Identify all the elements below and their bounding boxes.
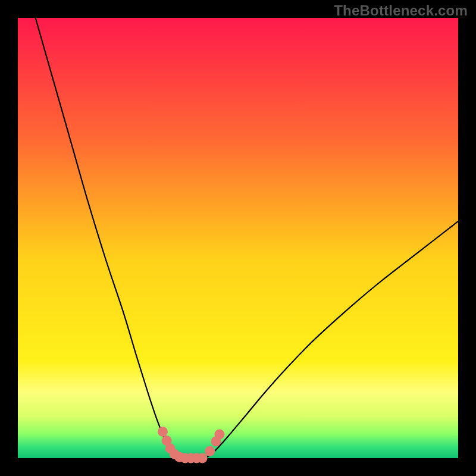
data-marker bbox=[205, 446, 215, 456]
data-marker bbox=[214, 430, 224, 440]
data-marker bbox=[198, 453, 208, 464]
plot-background bbox=[18, 18, 458, 458]
chart-frame: TheBottleneck.com bbox=[0, 0, 476, 476]
watermark-text: TheBottleneck.com bbox=[334, 2, 468, 19]
data-marker bbox=[158, 427, 168, 437]
bottleneck-chart bbox=[0, 0, 476, 476]
